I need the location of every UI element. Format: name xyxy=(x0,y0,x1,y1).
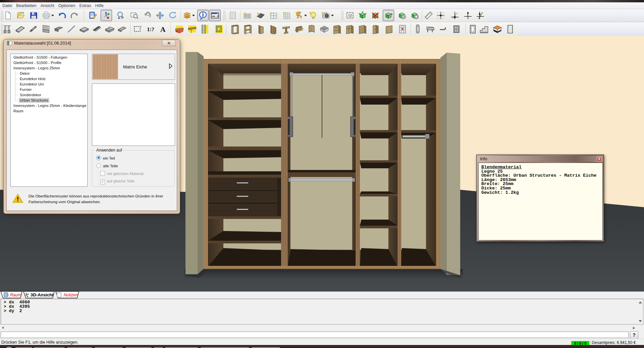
svg-text:3D-Ansicht: 3D-Ansicht xyxy=(31,292,54,297)
svg-text:1:?: 1:? xyxy=(147,26,154,32)
svg-text:A: A xyxy=(160,25,166,34)
svg-text:Notizen: Notizen xyxy=(64,293,78,297)
svg-text:dx:2: dx:2 xyxy=(212,15,218,18)
svg-text:Raum: Raum xyxy=(10,293,21,297)
